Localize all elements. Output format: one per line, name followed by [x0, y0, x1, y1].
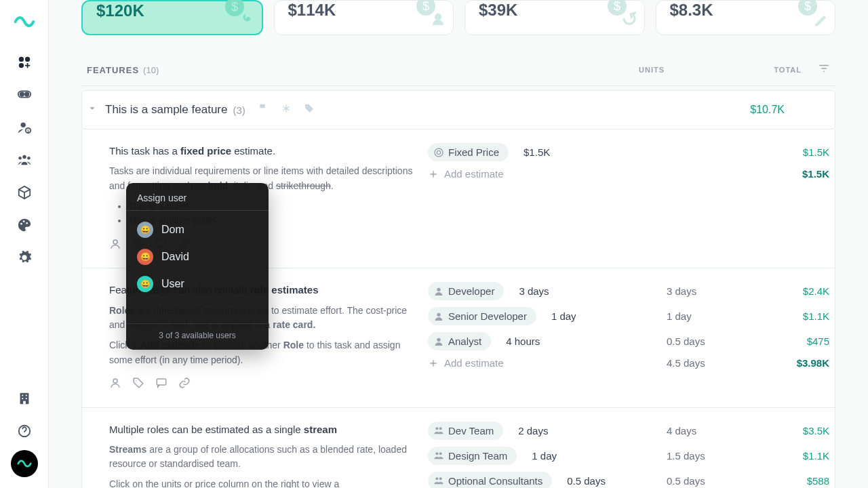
- features-header: FEATURES (10) UNITS TOTAL: [81, 54, 835, 86]
- asterisk-icon[interactable]: [281, 103, 292, 117]
- estimate-amount[interactable]: 2 days: [518, 425, 548, 436]
- user-option[interactable]: 😀David: [126, 243, 269, 270]
- svg-point-41: [437, 338, 440, 341]
- avatar: 😀: [137, 276, 153, 292]
- dollar-refresh-icon: $: [604, 0, 636, 29]
- stream-chip[interactable]: Dev Team: [428, 422, 503, 440]
- svg-point-40: [437, 312, 440, 316]
- estimate-amount[interactable]: 4 hours: [506, 336, 540, 347]
- svg-rect-19: [25, 398, 26, 399]
- estimate-units[interactable]: 3 days: [667, 285, 748, 297]
- kpi-card-4[interactable]: $8.3K $: [656, 0, 836, 35]
- nav-help[interactable]: [11, 418, 38, 445]
- svg-rect-17: [25, 395, 26, 396]
- svg-point-1: [24, 57, 29, 62]
- avatar: 😀: [137, 222, 153, 238]
- svg-point-2: [18, 63, 23, 68]
- estimate-units[interactable]: 1 day: [667, 310, 748, 322]
- svg-point-3: [19, 92, 24, 96]
- estimate-units[interactable]: 1.5 days: [667, 450, 748, 462]
- add-estimate-button[interactable]: Add estimate: [428, 168, 504, 180]
- estimate-amount[interactable]: 3 days: [519, 285, 549, 297]
- estimate-amount[interactable]: 0.5 days: [567, 475, 606, 487]
- nav-search[interactable]: [11, 81, 38, 108]
- comment-icon[interactable]: [155, 377, 167, 393]
- svg-point-47: [439, 477, 442, 480]
- svg-point-11: [27, 157, 31, 160]
- role-chip[interactable]: Senior Developer: [428, 307, 536, 325]
- svg-point-42: [435, 427, 438, 430]
- nav-cube[interactable]: [11, 179, 38, 206]
- estimate-chip[interactable]: Fixed Price: [428, 143, 509, 161]
- user-option[interactable]: 😀Dom: [126, 216, 269, 243]
- svg-text:$: $: [422, 0, 429, 13]
- estimate-total: $1.5K: [748, 146, 829, 158]
- svg-point-10: [18, 157, 22, 160]
- nav-users[interactable]: $: [11, 114, 38, 141]
- feature-row[interactable]: This is a sample feature (3) $10.7K: [81, 90, 835, 129]
- estimate-total: $2.4K: [748, 285, 829, 297]
- stream-chip[interactable]: Design Team: [428, 447, 517, 465]
- feature-count: (3): [233, 104, 245, 116]
- svg-point-0: [18, 57, 23, 62]
- estimate-amount[interactable]: $1.5K: [524, 146, 550, 158]
- task-sum-total: $3.98K: [748, 357, 829, 369]
- task-estimates: Fixed Price $1.5K $1.5K Add estimate $1.…: [414, 143, 829, 254]
- kpi-row: $120K $ $114K $ $39K $ $8.3K $: [81, 0, 835, 35]
- nav-team[interactable]: [11, 146, 38, 174]
- link-icon[interactable]: [178, 377, 191, 393]
- svg-point-31: [113, 240, 117, 244]
- task-card: Multiple roles can be estimated as a sin…: [81, 408, 835, 489]
- stream-chip[interactable]: Optional Consultants: [428, 472, 552, 489]
- svg-point-14: [26, 222, 28, 224]
- svg-point-46: [435, 477, 438, 480]
- avatar: 😀: [137, 249, 153, 265]
- estimate-units[interactable]: 0.5 days: [667, 475, 748, 487]
- features-count: (10): [143, 65, 159, 75]
- nav-settings[interactable]: [11, 244, 38, 271]
- sidebar: $: [0, 0, 49, 488]
- estimate-amount[interactable]: 1 day: [551, 310, 576, 322]
- task-description: Multiple roles can be estimated as a sin…: [109, 422, 414, 489]
- task-actions: [109, 377, 414, 393]
- flag-icon[interactable]: [258, 103, 269, 117]
- svg-point-13: [22, 220, 24, 222]
- svg-point-26: [435, 14, 441, 20]
- estimate-total: $475: [748, 336, 829, 347]
- svg-rect-38: [157, 379, 166, 385]
- user-option[interactable]: 😀User: [126, 270, 269, 298]
- tag-icon[interactable]: [304, 103, 315, 117]
- role-chip[interactable]: Analyst: [428, 332, 491, 350]
- column-units: UNITS: [639, 66, 720, 74]
- add-estimate-button[interactable]: Add estimate: [428, 357, 504, 369]
- estimate-amount[interactable]: 1 day: [532, 450, 557, 462]
- kpi-card-2[interactable]: $114K $: [274, 0, 454, 35]
- svg-point-36: [113, 379, 117, 383]
- estimate-units[interactable]: 0.5 days: [667, 336, 748, 347]
- task-sum-total: $1.5K: [748, 168, 829, 180]
- svg-rect-18: [22, 398, 23, 399]
- column-total: TOTAL: [720, 66, 802, 74]
- nav-palette[interactable]: [11, 211, 38, 239]
- kpi-card-3[interactable]: $39K $: [465, 0, 645, 35]
- nav-org[interactable]: [11, 385, 38, 412]
- svg-text:$: $: [231, 0, 237, 14]
- assign-user-icon[interactable]: [109, 377, 121, 393]
- tag-icon[interactable]: [132, 377, 144, 393]
- svg-point-43: [439, 427, 442, 430]
- chevron-down-icon: [87, 104, 97, 116]
- dollar-edit-icon: $: [794, 0, 827, 29]
- dollar-user-icon: $: [412, 0, 445, 29]
- user-avatar[interactable]: [11, 450, 38, 477]
- role-chip[interactable]: Developer: [428, 282, 504, 300]
- estimate-total: $588: [748, 475, 829, 487]
- assign-user-icon[interactable]: [109, 238, 121, 254]
- svg-point-12: [20, 223, 22, 225]
- estimate-units[interactable]: 4 days: [667, 425, 748, 436]
- filter-icon[interactable]: [818, 62, 830, 77]
- svg-point-45: [439, 452, 442, 455]
- task-estimates: Developer3 days3 days$2.4K Senior Develo…: [414, 282, 829, 393]
- kpi-card-1[interactable]: $120K $: [81, 0, 263, 35]
- task-estimates: Dev Team2 days4 days$3.5K Design Team1 d…: [414, 422, 829, 489]
- nav-dashboard[interactable]: [11, 49, 38, 76]
